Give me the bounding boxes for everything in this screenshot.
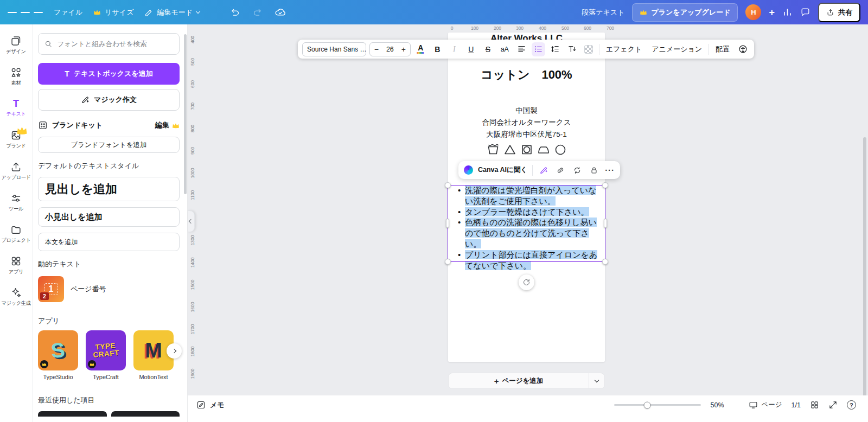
search-box[interactable] xyxy=(38,33,180,55)
ruler-mark: 700 xyxy=(607,25,614,31)
apps-next-button[interactable] xyxy=(167,343,182,359)
font-size-decrease-button[interactable]: − xyxy=(370,45,383,54)
strikethrough-button[interactable]: S xyxy=(481,42,495,56)
align-icon xyxy=(517,44,526,54)
canvas-scrollbar[interactable] xyxy=(863,137,866,395)
font-size-increase-button[interactable]: + xyxy=(397,45,410,54)
brand-kit-edit-link[interactable]: 編集 xyxy=(155,120,180,130)
text-case-button[interactable]: aA xyxy=(498,42,512,56)
add-page-dropdown[interactable] xyxy=(589,373,604,388)
edit-mode-menu[interactable]: 編集モード xyxy=(144,8,200,17)
underline-button[interactable]: U xyxy=(464,42,478,56)
page-view-button[interactable]: ページ xyxy=(749,400,782,410)
magic-edit-button[interactable] xyxy=(538,164,550,176)
app-typestudio-tile: S xyxy=(38,330,78,370)
bold-button[interactable]: B xyxy=(431,42,444,56)
add-heading-card[interactable]: 見出しを追加 xyxy=(38,177,180,201)
canvas-page[interactable]: Alter Works LLC コットン 100% 中国製 合同会社オルターワー… xyxy=(448,33,605,362)
animation-button[interactable]: アニメーション xyxy=(648,44,705,54)
resize-handle-bottom-left[interactable] xyxy=(445,259,451,265)
add-subheading-card[interactable]: 小見出しを追加 xyxy=(38,207,180,227)
rail-item-tools[interactable]: ツール xyxy=(1,187,32,218)
crown-icon xyxy=(640,9,647,15)
chevron-right-icon xyxy=(172,349,176,353)
resize-handle-left[interactable] xyxy=(446,219,449,228)
main-menu-icon[interactable] xyxy=(8,10,43,15)
rail-item-elements[interactable]: 素材 xyxy=(1,61,32,92)
line-spacing-button[interactable] xyxy=(548,42,562,56)
avatar[interactable]: H xyxy=(745,4,761,20)
resize-handle-top-left[interactable] xyxy=(445,182,451,188)
zoom-slider[interactable] xyxy=(614,404,701,406)
page-headline-text[interactable]: コットン 100% xyxy=(448,67,605,83)
vertical-ruler: 400 500 600 700 800 900 1000 1100 1200 1… xyxy=(188,24,197,395)
recent-item-thumbnail[interactable] xyxy=(111,411,180,417)
link-button[interactable] xyxy=(554,164,566,176)
fullscreen-button[interactable] xyxy=(828,400,838,410)
care-symbols-row[interactable] xyxy=(448,142,605,156)
zoom-slider-handle[interactable] xyxy=(644,401,651,408)
accessibility-button[interactable] xyxy=(736,42,750,56)
share-button[interactable]: 共有 xyxy=(818,3,860,22)
alignment-button[interactable] xyxy=(515,42,528,56)
page-info-text[interactable]: 中国製 合同会社オルターワークス 大阪府堺市中区伏尾75-1 xyxy=(448,105,605,140)
vertical-text-button[interactable] xyxy=(565,42,579,56)
redo-icon[interactable] xyxy=(252,7,263,17)
care-instructions-textbox[interactable]: 洗濯の際は蛍光増白剤が入っていない洗剤をご使用下さい。 タンブラー乾燥はさけて下… xyxy=(448,185,605,271)
add-member-icon[interactable]: + xyxy=(769,8,775,17)
grid-view-button[interactable] xyxy=(810,400,819,410)
effects-button[interactable]: エフェクト xyxy=(603,44,646,54)
more-options-button[interactable]: ··· xyxy=(605,165,615,175)
position-button[interactable]: 配置 xyxy=(712,44,733,54)
rail-item-apps[interactable]: アプリ xyxy=(1,250,32,281)
notes-button[interactable]: メモ xyxy=(196,400,225,410)
add-page-button[interactable]: + ページを追加 xyxy=(448,373,605,389)
panel-scrollbar[interactable] xyxy=(184,34,187,194)
search-input[interactable] xyxy=(57,40,173,48)
italic-button[interactable]: I xyxy=(448,42,461,56)
resize-menu[interactable]: リサイズ xyxy=(93,8,133,17)
status-bar: メモ 50% ページ 1/1 ? xyxy=(188,395,868,422)
rail-item-uploads[interactable]: アップロード xyxy=(1,155,32,187)
resize-handle-right[interactable] xyxy=(604,219,607,228)
add-page-main[interactable]: + ページを追加 xyxy=(449,373,589,388)
ruler-mark: 1700 xyxy=(190,324,195,335)
bullet-list-button[interactable] xyxy=(532,42,545,56)
font-size-stepper: − 26 + xyxy=(369,42,411,56)
undo-icon[interactable] xyxy=(230,7,240,17)
refresh-button[interactable] xyxy=(571,164,583,176)
font-size-value[interactable]: 26 xyxy=(383,46,397,53)
recent-item-thumbnail[interactable] xyxy=(38,411,107,417)
rail-item-brand[interactable]: ブランド xyxy=(1,124,32,155)
resize-handle-top-right[interactable] xyxy=(602,182,608,188)
help-button[interactable]: ? xyxy=(847,400,856,410)
file-menu[interactable]: ファイル xyxy=(54,8,82,17)
add-textbox-button[interactable]: T テキストボックスを追加 xyxy=(38,63,180,85)
rail-item-text[interactable]: T テキスト xyxy=(1,92,32,124)
rail-item-magic-generate[interactable]: マジック生成 xyxy=(1,281,32,312)
text-color-button[interactable]: A xyxy=(414,42,427,56)
rotate-handle[interactable] xyxy=(519,274,534,290)
page-numbers-item[interactable]: 1 2 ページ番号 xyxy=(38,275,180,303)
rainbow-color-bar xyxy=(417,52,424,54)
rail-item-projects[interactable]: プロジェクト xyxy=(1,218,32,250)
comments-icon[interactable] xyxy=(800,7,810,17)
zoom-level[interactable]: 50% xyxy=(710,401,724,409)
app-typecraft[interactable]: TYPE CRAFT TypeCraft xyxy=(86,330,126,380)
resize-handle-bottom-right[interactable] xyxy=(602,259,608,265)
app-typestudio[interactable]: S TypeStudio xyxy=(38,330,78,380)
magic-write-button[interactable]: マジック作文 xyxy=(38,89,180,111)
upgrade-plan-button[interactable]: プランをアップグレード xyxy=(632,3,738,22)
share-icon xyxy=(826,8,834,16)
add-body-text-card[interactable]: 本文を追加 xyxy=(38,233,180,251)
panel-collapse-button[interactable] xyxy=(188,210,195,232)
rail-item-design[interactable]: デザイン xyxy=(1,29,32,61)
bullet-list-icon xyxy=(534,44,543,54)
transparency-button[interactable] xyxy=(582,42,596,56)
lock-button[interactable] xyxy=(588,164,600,176)
add-brand-font-button[interactable]: ブランドフォントを追加 xyxy=(38,137,180,153)
ask-canva-ai-button[interactable]: Canva AIに聞く xyxy=(478,165,527,175)
insights-chart-icon[interactable] xyxy=(782,7,793,17)
canvas-area[interactable]: 0 100 200 300 400 500 600 700 400 500 60… xyxy=(188,24,868,395)
font-selector[interactable]: Source Han Sans … xyxy=(302,42,366,56)
